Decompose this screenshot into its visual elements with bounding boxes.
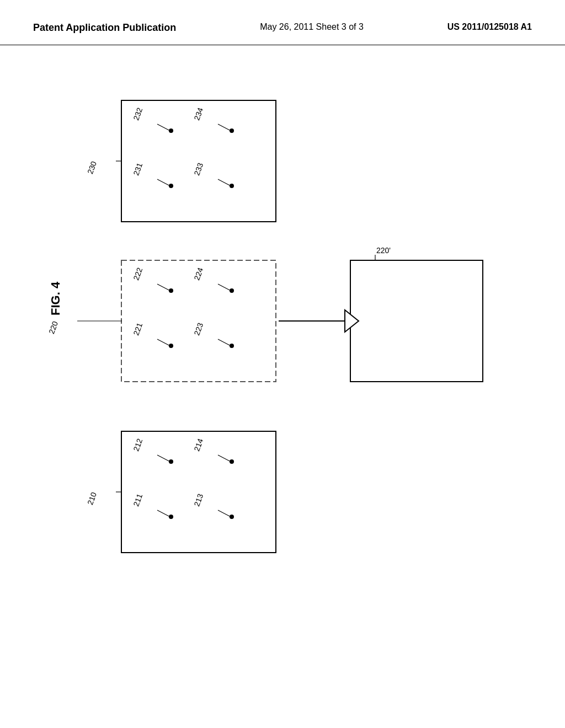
svg-line-38: [157, 510, 170, 517]
svg-text:234: 234: [192, 106, 205, 122]
svg-point-31: [169, 459, 173, 464]
figure-area: 232 234 231 233 230 222 224 221: [0, 45, 565, 713]
page-header: Patent Application Publication May 26, 2…: [0, 0, 565, 45]
svg-point-34: [230, 459, 234, 464]
svg-point-25: [230, 344, 234, 348]
svg-text:213: 213: [192, 493, 205, 508]
svg-text:212: 212: [131, 437, 144, 453]
svg-rect-15: [121, 260, 276, 382]
svg-point-4: [230, 129, 234, 133]
header-title: Patent Application Publication: [33, 22, 176, 34]
svg-text:233: 233: [192, 162, 205, 177]
svg-line-2: [157, 124, 170, 131]
svg-point-22: [169, 344, 173, 348]
header-patent-number: US 2011/0125018 A1: [447, 22, 532, 32]
svg-text:224: 224: [192, 266, 205, 282]
svg-rect-30: [121, 431, 276, 553]
svg-text:210: 210: [86, 491, 98, 506]
svg-point-1: [169, 129, 173, 133]
diagram-svg: 232 234 231 233 230 222 224 221: [0, 45, 565, 713]
svg-text:FIG. 4: FIG. 4: [49, 281, 62, 315]
svg-line-5: [218, 124, 231, 131]
svg-text:221: 221: [131, 322, 144, 337]
svg-text:232: 232: [131, 106, 144, 122]
svg-text:211: 211: [131, 493, 144, 508]
svg-text:220: 220: [47, 320, 60, 335]
svg-text:214: 214: [192, 437, 205, 453]
svg-line-32: [157, 455, 170, 462]
svg-line-11: [218, 179, 231, 186]
svg-text:230: 230: [86, 160, 98, 175]
svg-point-16: [169, 288, 173, 293]
svg-line-20: [218, 284, 231, 291]
svg-text:220': 220': [376, 246, 391, 255]
svg-text:223: 223: [192, 322, 205, 337]
svg-text:231: 231: [131, 162, 144, 177]
svg-line-41: [218, 510, 231, 517]
svg-line-23: [157, 339, 170, 346]
svg-point-7: [169, 184, 173, 188]
svg-rect-45: [350, 260, 483, 382]
svg-text:222: 222: [131, 266, 144, 282]
svg-point-37: [169, 515, 173, 519]
header-date-sheet: May 26, 2011 Sheet 3 of 3: [260, 22, 364, 32]
svg-point-40: [230, 515, 234, 519]
svg-point-10: [230, 184, 234, 188]
svg-rect-0: [121, 100, 276, 222]
svg-line-17: [157, 284, 170, 291]
svg-point-19: [230, 288, 234, 293]
svg-line-8: [157, 179, 170, 186]
svg-line-26: [218, 339, 231, 346]
svg-line-35: [218, 455, 231, 462]
svg-marker-49: [345, 310, 359, 332]
